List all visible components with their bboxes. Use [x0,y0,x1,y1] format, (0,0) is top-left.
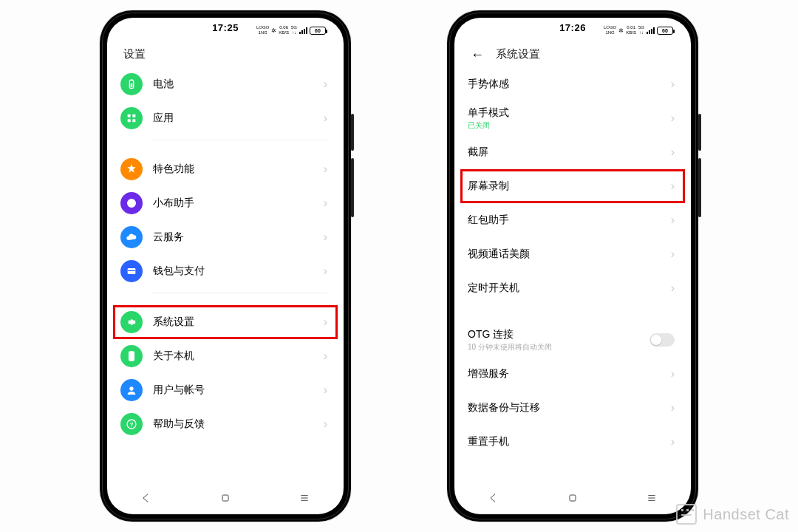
row-label: 钱包与支付 [153,265,324,278]
settings-row[interactable]: 小布助手› [117,186,333,220]
svg-rect-2 [131,83,133,87]
status-right: LOGO1NG ✲ 0.06KB/S 5G↑↓ 60 [256,25,326,35]
settings-row[interactable]: 用户与帐号› [117,373,333,407]
row-text: 钱包与支付 [153,265,324,278]
settings-list[interactable]: 手势体感›单手模式已关闭›截屏›屏幕录制›红包助手›视频通话美颜›定时开关机›O… [454,67,691,485]
phoneinfo-icon [120,345,143,367]
row-label: 帮助与反馈 [153,417,324,431]
side-button [351,114,354,151]
row-subtitle: 已关闭 [468,120,671,131]
svg-rect-10 [128,270,136,271]
chevron-right-icon: › [324,316,327,329]
row-text: 云服务 [153,231,324,244]
row-label: 特色功能 [153,163,324,176]
nav-back[interactable] [140,492,152,507]
chevron-right-icon: › [324,163,327,176]
chevron-right-icon: › [324,78,327,91]
fiveg-icon: 5G↑↓ [638,25,644,35]
settings-row[interactable]: 钱包与支付› [117,254,333,288]
back-icon[interactable]: ← [471,48,484,61]
chevron-right-icon: › [671,401,675,415]
row-text: 屏幕录制 [468,180,671,193]
toggle-switch[interactable] [649,333,675,347]
chevron-right-icon: › [324,197,327,210]
signal-icon [299,27,307,34]
row-label: 重置手机 [468,435,671,449]
row-text: 特色功能 [153,163,324,176]
row-text: 帮助与反馈 [153,417,324,431]
settings-row[interactable]: 关于本机› [117,339,333,373]
settings-row[interactable]: 红包助手› [465,203,681,237]
settings-row[interactable]: 系统设置› [117,305,333,339]
row-text: 截屏 [468,146,671,159]
chevron-right-icon: › [324,349,327,363]
row-label: 关于本机 [153,349,324,363]
svg-point-13 [129,386,133,390]
settings-row[interactable]: 手势体感› [465,67,681,101]
svg-point-12 [131,358,132,359]
nav-recent[interactable] [299,492,310,507]
chevron-right-icon: › [671,146,675,159]
svg-text:?: ? [130,421,134,428]
settings-row[interactable]: 数据备份与迁移› [465,391,681,425]
settings-list[interactable]: 电池›应用›特色功能›小布助手›云服务›钱包与支付›系统设置›关于本机›用户与帐… [107,67,344,485]
watermark-text: Handset Cat [703,506,789,523]
gear-icon [120,311,143,333]
settings-row[interactable]: 特色功能› [117,152,333,186]
nav-recent[interactable] [646,492,658,507]
row-label: 数据备份与迁移 [468,401,671,415]
row-label: 单手模式 [468,106,671,120]
settings-row[interactable]: 截屏› [465,135,681,169]
settings-row[interactable]: 电池› [117,67,333,101]
status-right: LOGO1NG ✲ 0.01KB/S 5G↑↓ 60 [604,25,673,35]
screen-right: 17:26 LOGO1NG ✲ 0.01KB/S 5G↑↓ 60 ← 系统设置 … [454,18,691,514]
svg-point-8 [130,202,133,205]
row-text: 应用 [153,112,324,125]
chevron-right-icon: › [671,78,675,91]
row-text: 关于本机 [153,349,324,363]
settings-row[interactable]: 增强服务› [465,357,681,391]
nav-home[interactable] [567,492,579,507]
settings-row[interactable]: 单手模式已关闭› [465,101,681,135]
chevron-right-icon: › [324,417,327,431]
chevron-right-icon: › [324,231,327,244]
net-label: LOGO1NG [256,25,269,35]
settings-row[interactable]: 视频通话美颜› [465,237,681,271]
signal-icon [647,27,655,34]
settings-row[interactable]: OTG 连接10 分钟未使用将自动关闭 [465,323,681,357]
settings-row[interactable]: ?帮助与反馈› [117,407,333,441]
battery-icon [120,73,143,95]
row-label: 云服务 [153,231,324,244]
chevron-right-icon: › [324,383,327,397]
row-text: 定时开关机 [468,282,671,295]
bt-icon: ✲ [618,27,624,34]
svg-rect-6 [132,119,135,122]
svg-rect-4 [132,115,135,117]
row-text: 用户与帐号 [153,383,324,397]
row-subtitle: 10 分钟未使用将自动关闭 [468,342,649,352]
settings-row[interactable]: 重置手机› [465,425,681,459]
settings-row[interactable]: 云服务› [117,220,333,254]
user-icon [120,379,143,401]
settings-row[interactable]: 定时开关机› [465,271,681,305]
status-bar: 17:26 LOGO1NG ✲ 0.01KB/S 5G↑↓ 60 [454,18,691,40]
nav-back[interactable] [488,492,499,507]
phone-mockup-left: 17:25 LOGO1NG ✲ 0.06KB/S 5G↑↓ 60 设置 电池›应… [100,10,351,522]
status-time: 17:26 [559,22,586,33]
screen-left: 17:25 LOGO1NG ✲ 0.06KB/S 5G↑↓ 60 设置 电池›应… [107,18,344,514]
row-text: 视频通话美颜 [468,248,671,261]
help-icon: ? [120,413,143,435]
nav-bar [454,485,691,514]
settings-row[interactable]: 屏幕录制› [465,169,681,203]
settings-row[interactable]: 应用› [117,101,333,135]
row-label: 视频通话美颜 [468,248,671,261]
wallet-icon [120,260,143,282]
row-text: 数据备份与迁移 [468,401,671,415]
row-label: 截屏 [468,146,671,159]
chevron-right-icon: › [324,112,327,125]
chevron-right-icon: › [671,367,675,381]
chevron-right-icon: › [671,180,675,193]
svg-rect-16 [222,495,228,501]
row-label: 定时开关机 [468,282,671,295]
nav-home[interactable] [219,492,231,507]
